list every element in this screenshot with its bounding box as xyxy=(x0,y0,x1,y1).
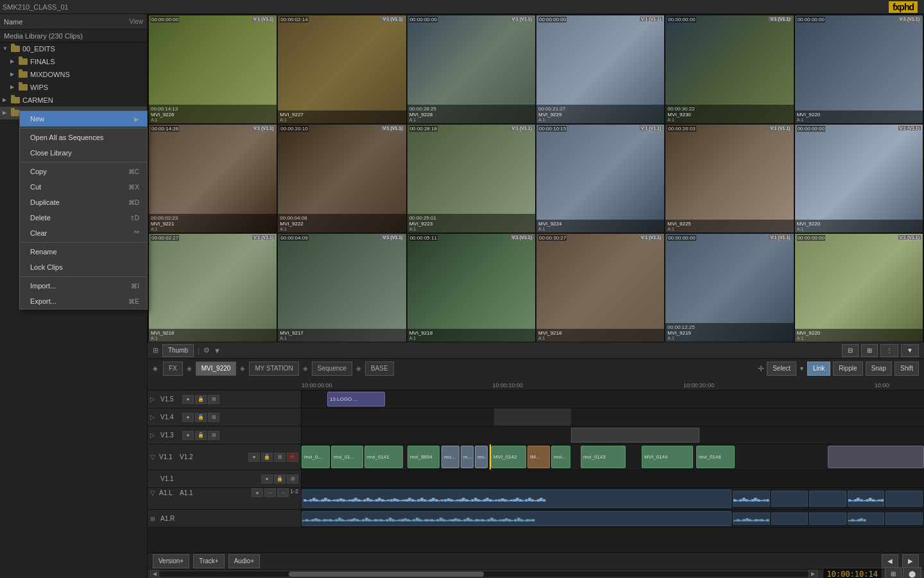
media-thumb[interactable]: 00:00:04:09 V:1 (V1.1) MVI_9217 A:1 xyxy=(278,234,406,342)
scrollbar-track[interactable] xyxy=(159,572,809,577)
track-vis-btn[interactable]: ● xyxy=(261,475,273,484)
media-thumb[interactable]: 00:00:00:00 V:1 (V1.1) 00:00:14:13 MVI_9… xyxy=(149,15,277,123)
settings-icon[interactable]: ⚙ xyxy=(203,346,210,355)
thumb-button[interactable]: Thumb xyxy=(162,344,194,357)
clip-im[interactable]: IM... xyxy=(527,446,550,468)
tree-item-wips[interactable]: ▶ WIPS xyxy=(0,81,147,94)
media-thumb[interactable]: 00:00:28:18 V:1 (V1.1) 00:00:25:01 MVI_9… xyxy=(407,125,535,232)
scrollbar-thumb[interactable] xyxy=(289,572,483,577)
tab-base[interactable]: BASE xyxy=(365,362,394,376)
clip-mvi-sm[interactable]: mvi... xyxy=(551,446,570,468)
track-link-btn[interactable]: ⊞ xyxy=(208,431,219,440)
context-menu-clear[interactable]: Clear ^* xyxy=(20,225,147,241)
track-lock-btn[interactable]: 🔒 xyxy=(195,413,207,422)
clip-grey-3[interactable]: mv... xyxy=(475,446,488,468)
snap-btn[interactable]: Snap xyxy=(866,362,892,376)
track-expand[interactable]: ▽ xyxy=(150,489,158,496)
ripple-btn[interactable]: Ripple xyxy=(833,362,862,376)
track-lock-btn[interactable]: 🔒 xyxy=(195,395,207,404)
track-lock-btn[interactable]: 🔒 xyxy=(195,431,207,440)
context-menu-open-all[interactable]: Open All as Sequences xyxy=(20,130,147,145)
tab-mystation[interactable]: MY STATION xyxy=(249,362,298,376)
version-plus-btn[interactable]: Version+ xyxy=(153,554,189,568)
context-menu-import[interactable]: Import... ⌘I xyxy=(20,278,147,293)
track-link-btn[interactable]: ⊞ xyxy=(274,453,286,462)
track-expand[interactable]: ▷ xyxy=(150,414,158,421)
clip-mvi-0144[interactable]: MVI_0144 xyxy=(642,446,693,468)
scroll-right-btn[interactable]: ▶ xyxy=(809,570,817,579)
clip-grey-2[interactable]: m... xyxy=(461,446,474,468)
audio-plus-btn[interactable]: Audio+ xyxy=(228,554,260,568)
track-link-btn[interactable]: ⊞ xyxy=(208,395,219,404)
view-label[interactable]: View xyxy=(130,18,144,25)
track-link-btn[interactable]: ⊞ xyxy=(287,475,298,484)
context-menu-close-library[interactable]: Close Library xyxy=(20,145,147,161)
media-thumb[interactable]: 00:00:30:27 V:1 (V1.1) MVI_9218 A:1 xyxy=(536,234,664,342)
clip-grey-1[interactable]: mu... xyxy=(441,446,459,468)
zoom-in-btn[interactable]: ⬤ xyxy=(903,567,921,579)
media-thumb[interactable]: 00:00:00:00 V:1 (V1.1) 00:00:30:22 MVI_9… xyxy=(665,15,793,123)
track-lock-btn[interactable]: 🔒 xyxy=(274,475,286,484)
media-thumb[interactable]: 00:00:00:00 V:1 (V1.1) MVI_9220 A:1 xyxy=(795,125,923,232)
tab-sequence[interactable]: Sequence xyxy=(312,362,352,376)
track-link-btn[interactable]: ⊞ xyxy=(208,413,219,422)
context-menu-copy[interactable]: Copy ⌘C xyxy=(20,164,147,179)
track-plus-btn[interactable]: Track+ xyxy=(193,554,224,568)
icon-btn-1[interactable]: ⊟ xyxy=(842,344,859,357)
track-vis-btn[interactable]: ● xyxy=(248,453,260,462)
tab-fx[interactable]: FX xyxy=(163,362,183,376)
timeline-scrollbar[interactable]: ◀ ▶ 10:00:10:14 ⊞ ⬤ xyxy=(148,569,924,578)
grey-clip[interactable] xyxy=(571,428,699,442)
clip-right-edge[interactable] xyxy=(828,446,924,468)
icon-btn-3[interactable]: ⋮ xyxy=(880,344,898,357)
dropdown-icon[interactable]: ▼ xyxy=(214,347,221,355)
track-arrow-btn[interactable]: ← xyxy=(264,488,276,497)
track-expand[interactable]: ▽ xyxy=(150,453,158,460)
nav-left-btn[interactable]: ◀ xyxy=(882,554,898,568)
clip-mvi-0141[interactable]: mvi_0141 xyxy=(364,446,403,468)
tree-item-00edits[interactable]: ▼ 00_EDITS xyxy=(0,42,147,55)
track-lock-btn[interactable]: 🔒 xyxy=(261,453,273,462)
media-thumb[interactable]: 00:00:00:00 V:1 (V1.1) 00:00:12:25 MVI_9… xyxy=(665,234,793,342)
media-thumb[interactable]: 00:00:02:14 V:1 (V1.1) MVI_9227 A:1 xyxy=(278,15,406,123)
context-menu-duplicate[interactable]: Duplicate ⌘D xyxy=(20,195,147,210)
media-thumb[interactable]: 00:00:00:00 V:1 (V1.1) 00:00:28:25 MVI_9… xyxy=(407,15,535,123)
context-menu-lock[interactable]: Lock Clips xyxy=(20,259,147,275)
context-menu-cut[interactable]: Cut ⌘X xyxy=(20,179,147,195)
select-btn[interactable]: Select xyxy=(767,362,796,376)
dropdown-btn[interactable]: ▼ xyxy=(901,344,919,357)
media-thumb[interactable]: 00:00:14:28 V:1 (V1.1) 00:00:02:23 MVI_9… xyxy=(149,125,277,232)
context-menu-delete[interactable]: Delete ⇧D xyxy=(20,210,147,225)
media-thumb[interactable]: 00:00:02:27 V:1 (V1.1) MVI_9216 A:1 xyxy=(149,234,277,342)
media-thumb[interactable]: 00:00:10:15 V:1 (V1.1) MVI_9224 A:1 xyxy=(536,125,664,232)
context-menu-new[interactable]: New ▶ xyxy=(20,111,147,127)
track-vis-btn[interactable]: ● xyxy=(182,395,194,404)
context-menu-export[interactable]: Export... ⌘E xyxy=(20,293,147,309)
clip-mvi-0143[interactable]: mvi_0143 xyxy=(581,446,626,468)
media-thumb[interactable]: 00:00:00:00 V:1 (V1.1) MVI_9220 A:1 xyxy=(795,234,923,342)
tree-item-carmen[interactable]: ▶ CARMEN xyxy=(0,94,147,107)
link-btn[interactable]: Link xyxy=(807,362,830,376)
tree-item-mixdowns[interactable]: ▶ MIXDOWNS xyxy=(0,68,147,81)
track-vis-btn[interactable]: ● xyxy=(252,488,263,497)
clip-mvi-0[interactable]: mvi_0... xyxy=(302,446,330,468)
media-thumb[interactable]: 00:00:26:03 V:1 (V1.1) MVI_9225 A:1 xyxy=(665,125,793,232)
tree-item-finals[interactable]: ▶ FINALS xyxy=(0,55,147,68)
dropdown-arrow[interactable]: ▼ xyxy=(799,365,805,372)
track-vis-btn[interactable]: ● xyxy=(182,431,194,440)
media-thumb[interactable]: 00:00:00:00 V:1 (V1.1) 00:00:21:27 MVI_9… xyxy=(536,15,664,123)
clip-13logo[interactable]: 13 LOGO ... xyxy=(327,392,385,407)
track-vis-btn[interactable]: ● xyxy=(182,413,194,422)
nav-right-btn[interactable]: ▶ xyxy=(902,554,919,568)
icon-btn-2[interactable]: ⊞ xyxy=(861,344,878,357)
media-thumb[interactable]: 00:00:20:10 V:1 (V1.1) 00:00:04:08 MVI_9… xyxy=(278,125,406,232)
scroll-left-btn[interactable]: ◀ xyxy=(150,570,159,579)
clip-mvi-0142[interactable]: MVI_0142 xyxy=(491,446,526,468)
tab-mvi9220[interactable]: MVI_9220 xyxy=(196,362,237,376)
track-expand[interactable]: ▷ xyxy=(150,396,158,403)
media-thumb[interactable]: 00:00:05:11 V:1 (V1.1) MVI_9218 A:1 xyxy=(407,234,535,342)
track-expand[interactable]: ▷ xyxy=(150,432,158,439)
track-p-btn[interactable]: P xyxy=(287,453,298,462)
clip-mvi-0148[interactable]: mvi_0148 xyxy=(696,446,735,468)
shift-btn[interactable]: Shift xyxy=(894,362,919,376)
